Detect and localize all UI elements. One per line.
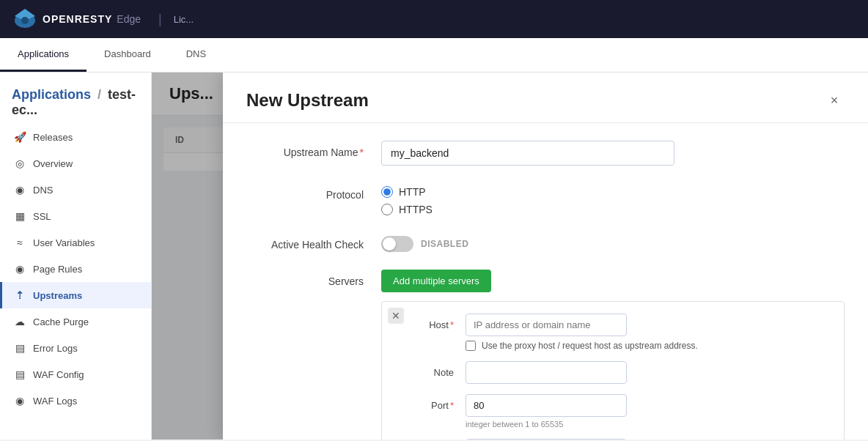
modal-title: New Upstream [246, 90, 369, 111]
server-weight-input[interactable] [466, 439, 627, 440]
sidebar-item-overview[interactable]: ◎ Overview [0, 150, 151, 177]
servers-row: Servers Add multiple servers ✕ [246, 270, 845, 440]
sidebar-item-page-rules[interactable]: ◉ Page Rules [0, 256, 151, 282]
modal-panel: New Upstream × Upstream Name* [223, 73, 868, 440]
server-host-label: Host* [402, 314, 454, 330]
health-check-control: DISABLED [381, 233, 845, 252]
tab-bar: Applications Dashboard DNS [0, 38, 868, 73]
use-proxy-host-label: Use the proxy host / request host as ups… [482, 341, 698, 351]
add-multiple-servers-button[interactable]: Add multiple servers [381, 270, 491, 292]
logo: OPENRESTY Edge [12, 6, 141, 32]
waf-logs-icon: ◉ [14, 395, 26, 407]
server-weight-label: Weight* [402, 439, 454, 440]
server-port-control: integer between 1 to 65535 [466, 394, 832, 429]
health-check-label: Active Health Check [246, 233, 364, 251]
main-layout: Applications / test-ec... 🚀 Releases ◎ O… [0, 73, 868, 440]
sidebar-item-user-variables[interactable]: ≈ User Variables [0, 229, 151, 256]
server-note-label: Note [402, 361, 454, 378]
upstream-name-label: Upstream Name* [246, 141, 364, 158]
upstream-name-row: Upstream Name* [246, 141, 845, 166]
modal-overlay: New Upstream × Upstream Name* [152, 73, 868, 440]
health-check-status: DISABLED [421, 239, 468, 249]
server-host-row: Host* Use the proxy host / request host … [402, 314, 832, 351]
logo-icon [12, 6, 38, 32]
sidebar-item-overview-label: Overview [33, 158, 73, 169]
toggle-thumb [383, 237, 396, 251]
port-hint: integer between 1 to 65535 [466, 420, 832, 429]
server-fields: Host* Use the proxy host / request host … [394, 314, 832, 440]
nav-divider: | [158, 12, 162, 27]
protocol-row: Protocol HTTP HTTPS [246, 183, 845, 215]
server-note-input[interactable] [466, 361, 627, 384]
sidebar-item-upstreams-label: Upstreams [33, 290, 82, 301]
logo-edge-label: Edge [117, 13, 141, 25]
dns-icon: ◉ [14, 184, 26, 196]
nav-license-link[interactable]: Lic... [174, 14, 194, 25]
protocol-control: HTTP HTTPS [381, 183, 845, 215]
releases-icon: 🚀 [14, 131, 26, 143]
sidebar-item-waf-config[interactable]: ▤ WAF Config [0, 361, 151, 388]
svg-point-2 [21, 17, 29, 24]
protocol-http-option[interactable]: HTTP [381, 186, 845, 198]
tab-dashboard[interactable]: Dashboard [87, 38, 169, 72]
sidebar-item-page-rules-label: Page Rules [33, 264, 82, 275]
servers-label: Servers [246, 270, 364, 287]
sidebar-item-ssl[interactable]: ▦ SSL [0, 203, 151, 229]
sidebar-item-waf-logs[interactable]: ◉ WAF Logs [0, 388, 151, 414]
sidebar-item-error-logs-label: Error Logs [33, 343, 78, 354]
tab-applications[interactable]: Applications [0, 38, 87, 72]
modal-body: Upstream Name* Protocol [223, 123, 868, 440]
server-port-label: Port* [402, 394, 454, 411]
sidebar-item-user-variables-label: User Variables [33, 237, 95, 248]
servers-control: Add multiple servers ✕ Host* [381, 270, 845, 440]
protocol-radio-group: HTTP HTTPS [381, 183, 845, 215]
overview-icon: ◎ [14, 158, 26, 169]
server-host-control: Use the proxy host / request host as ups… [466, 314, 832, 351]
sidebar-item-cache-purge[interactable]: ☁ Cache Purge [0, 308, 151, 335]
protocol-https-label: HTTPS [399, 204, 433, 215]
upstream-name-input[interactable] [381, 141, 674, 166]
modal-header: New Upstream × [223, 73, 868, 123]
cache-purge-icon: ☁ [14, 316, 26, 327]
upstreams-icon: ⇡ [14, 289, 26, 301]
server-weight-row: Weight* [402, 439, 832, 440]
required-star: * [360, 147, 364, 158]
sidebar: Applications / test-ec... 🚀 Releases ◎ O… [0, 73, 152, 440]
content-area: Ups... ID N... Ne [152, 73, 868, 440]
ssl-icon: ▦ [14, 210, 26, 222]
sidebar-item-waf-logs-label: WAF Logs [33, 396, 77, 407]
server-note-row: Note [402, 361, 832, 384]
health-check-toggle[interactable] [381, 236, 413, 252]
server-card: ✕ Host* [381, 301, 845, 440]
server-port-row: Port* integer between 1 to 65535 [402, 394, 832, 429]
error-logs-icon: ▤ [14, 342, 26, 354]
server-weight-control [466, 439, 832, 440]
upstream-name-control [381, 141, 845, 166]
logo-text: OPENRESTY [43, 13, 112, 25]
use-proxy-host-checkbox[interactable] [466, 341, 476, 351]
breadcrumb-root[interactable]: Applications [12, 87, 91, 102]
page-rules-icon: ◉ [14, 263, 26, 275]
server-host-input[interactable] [466, 314, 627, 336]
sidebar-item-error-logs[interactable]: ▤ Error Logs [0, 335, 151, 361]
protocol-https-radio[interactable] [381, 204, 393, 215]
modal-close-button[interactable]: × [824, 90, 845, 111]
sidebar-item-cache-purge-label: Cache Purge [33, 316, 89, 327]
sidebar-item-releases-label: Releases [33, 132, 73, 143]
health-check-row: Active Health Check DISABLED [246, 233, 845, 252]
tab-dns[interactable]: DNS [169, 38, 224, 72]
protocol-label: Protocol [246, 183, 364, 201]
sidebar-item-upstreams[interactable]: ⇡ Upstreams [0, 282, 151, 308]
sidebar-item-dns-label: DNS [33, 185, 53, 196]
protocol-https-option[interactable]: HTTPS [381, 204, 845, 215]
top-nav: OPENRESTY Edge | Lic... [0, 0, 868, 38]
sidebar-item-releases[interactable]: 🚀 Releases [0, 124, 151, 150]
server-remove-button[interactable]: ✕ [388, 308, 404, 324]
sidebar-item-waf-config-label: WAF Config [33, 369, 84, 380]
user-variables-icon: ≈ [14, 237, 26, 248]
sidebar-item-dns[interactable]: ◉ DNS [0, 177, 151, 203]
server-port-input[interactable] [466, 394, 627, 417]
protocol-http-radio[interactable] [381, 186, 393, 198]
breadcrumb: Applications / test-ec... [0, 78, 151, 124]
server-note-control [466, 361, 832, 384]
